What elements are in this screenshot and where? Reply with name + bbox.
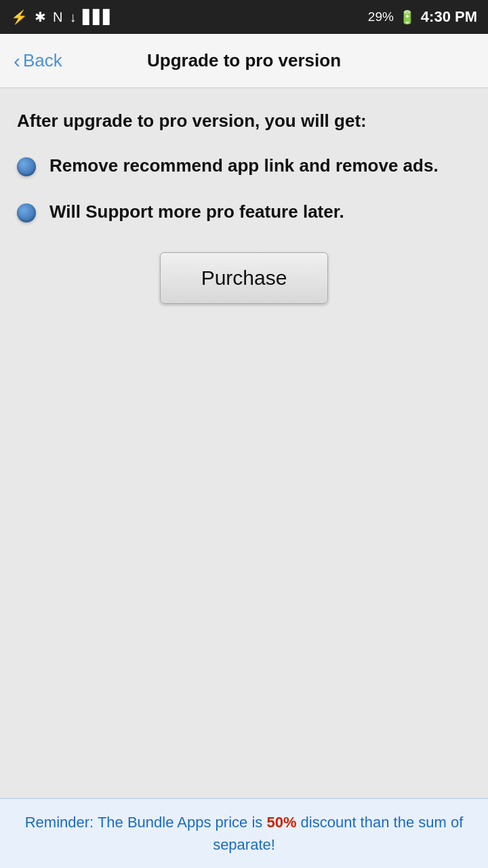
purchase-container: Purchase bbox=[17, 252, 471, 304]
list-item: Will Support more pro feature later. bbox=[17, 199, 471, 225]
intro-text: After upgrade to pro version, you will g… bbox=[17, 108, 471, 133]
feature-list: Remove recommend app link and remove ads… bbox=[17, 153, 471, 224]
footer-banner: Reminder: The Bundle Apps price is 50% d… bbox=[0, 798, 488, 868]
status-bar-left: ⚡ ✱ N ↓ ▋▋▋ bbox=[11, 9, 113, 25]
footer-text-part1: Reminder: The Bundle Apps price is bbox=[25, 814, 267, 831]
back-label: Back bbox=[23, 50, 62, 71]
main-content: After upgrade to pro version, you will g… bbox=[0, 88, 488, 807]
footer-text: Reminder: The Bundle Apps price is 50% d… bbox=[14, 811, 474, 856]
bullet-icon bbox=[17, 157, 36, 176]
page-title: Upgrade to pro version bbox=[147, 50, 341, 71]
status-bar: ⚡ ✱ N ↓ ▋▋▋ 29% 🔋 4:30 PM bbox=[0, 0, 488, 34]
feature-text-2: Will Support more pro feature later. bbox=[49, 199, 344, 225]
nav-bar: ‹ Back Upgrade to pro version bbox=[0, 34, 488, 88]
footer-discount: 50% bbox=[266, 814, 296, 831]
nfc-icon: N bbox=[53, 9, 62, 25]
bluetooth-icon: ✱ bbox=[35, 9, 46, 25]
download-icon: ↓ bbox=[69, 9, 76, 25]
battery-icon: 🔋 bbox=[399, 9, 415, 25]
purchase-button[interactable]: Purchase bbox=[160, 252, 329, 304]
status-bar-right: 29% 🔋 4:30 PM bbox=[368, 8, 477, 26]
bullet-icon bbox=[17, 203, 36, 222]
signal-icon: ▋▋▋ bbox=[83, 9, 113, 25]
back-chevron-icon: ‹ bbox=[14, 50, 20, 73]
feature-text-1: Remove recommend app link and remove ads… bbox=[49, 153, 439, 179]
status-time: 4:30 PM bbox=[421, 8, 477, 26]
list-item: Remove recommend app link and remove ads… bbox=[17, 153, 471, 179]
back-button[interactable]: ‹ Back bbox=[14, 50, 62, 73]
battery-level: 29% bbox=[368, 9, 394, 24]
usb-icon: ⚡ bbox=[11, 9, 28, 25]
